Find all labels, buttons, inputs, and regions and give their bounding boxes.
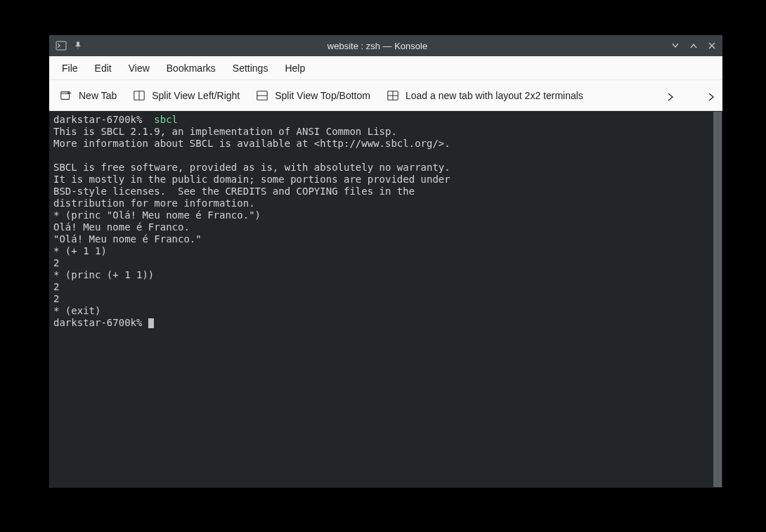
new-tab-icon [59,89,73,103]
terminal-line: 2 [53,257,59,268]
terminal-line: distribution for more information. [53,197,255,209]
terminal-scrollbar[interactable] [713,111,722,488]
shell-command: sbcl [142,114,178,125]
split-lr-icon [132,89,146,103]
terminal-view[interactable]: darkstar-6700k% sbcl This is SBCL 2.1.9,… [49,111,722,488]
minimize-button[interactable] [670,41,680,51]
titlebar: website : zsh — Konsole [49,35,722,56]
terminal-line: This is SBCL 2.1.9, an implementation of… [53,126,397,137]
new-tab-button[interactable]: New Tab [56,86,119,105]
menu-bookmarks[interactable]: Bookmarks [160,60,223,77]
load-layout-label: Load a new tab with layout 2x2 terminals [405,90,583,101]
terminal-line: More information about SBCL is available… [53,138,450,149]
window-title: website : zsh — Konsole [84,41,670,51]
terminal-line: "Olá! Meu nome é Franco." [53,233,202,245]
menu-view[interactable]: View [122,60,157,77]
terminal-cursor [148,318,154,328]
scrollbar-thumb[interactable] [713,111,722,488]
toolbar-chevron-right-1[interactable] [666,91,675,100]
terminal-line: It is mostly in the public domain; some … [53,174,450,185]
maximize-button[interactable] [689,41,699,51]
menu-edit[interactable]: Edit [88,60,119,77]
split-tb-label: Split View Top/Bottom [275,90,370,101]
terminal-line: 2 [53,293,59,304]
load-layout-button[interactable]: Load a new tab with layout 2x2 terminals [383,86,586,105]
konsole-window: website : zsh — Konsole File Edit View B… [49,35,722,488]
svg-rect-0 [56,41,66,50]
shell-prompt-2: darkstar-6700k% [53,317,148,328]
terminal-line: 2 [53,281,59,292]
menubar: File Edit View Bookmarks Settings Help [49,56,722,80]
split-tb-icon [255,89,269,103]
terminal-line: * (exit) [53,305,100,316]
menu-settings[interactable]: Settings [226,60,275,77]
menu-file[interactable]: File [55,60,85,77]
terminal-line: BSD-style licenses. See the CREDITS and … [53,186,415,197]
split-lr-label: Split View Left/Right [152,90,240,101]
toolbar-chevron-right-2[interactable] [707,91,715,100]
split-left-right-button[interactable]: Split View Left/Right [129,86,242,105]
toolbar: New Tab Split View Left/Right Split View… [49,80,722,111]
split-top-bottom-button[interactable]: Split View Top/Bottom [252,86,373,105]
terminal-line: * (princ (+ 1 1)) [53,269,154,280]
terminal-line: SBCL is free software, provided as is, w… [53,162,450,173]
new-tab-label: New Tab [79,90,117,101]
terminal-app-icon [55,39,67,52]
menu-help[interactable]: Help [278,60,312,77]
close-button[interactable] [707,41,717,51]
pin-icon[interactable] [72,39,84,52]
terminal-line: * (+ 1 1) [53,245,107,257]
terminal-line: * (princ "Olá! Meu nome é Franco.") [53,209,261,221]
shell-prompt: darkstar-6700k% [53,114,142,125]
terminal-line: Olá! Meu nome é Franco. [53,221,190,233]
grid-2x2-icon [386,89,400,103]
